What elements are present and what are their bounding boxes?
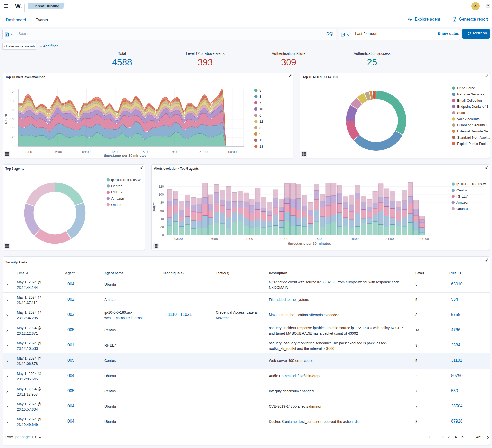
svg-text:21:00: 21:00 [385,237,394,241]
svg-text:03:00: 03:00 [24,150,32,154]
svg-text:Disabling Security T...: Disabling Security T... [457,123,490,127]
svg-text:0: 0 [162,233,164,237]
svg-text:15:00: 15:00 [141,150,150,154]
svg-text:7: 7 [259,101,261,105]
svg-text:60: 60 [160,209,164,213]
svg-text:13: 13 [259,145,263,148]
svg-text:18:00: 18:00 [350,237,359,241]
svg-text:6: 6 [259,113,261,117]
svg-text:12:00: 12:00 [111,150,119,154]
svg-text:100: 100 [10,99,15,103]
svg-text:40: 40 [12,126,15,130]
svg-text:00:00: 00:00 [228,150,237,154]
svg-text:Amazon: Amazon [111,196,124,200]
svg-text:?: ? [487,4,489,7]
svg-text:Centos: Centos [111,184,122,188]
svg-text:timestamp per 30 minutes: timestamp per 30 minutes [104,154,147,157]
svg-text:Amazon: Amazon [456,201,469,204]
svg-text:00:00: 00:00 [421,237,429,241]
svg-text:60: 60 [12,117,15,121]
svg-text:06:00: 06:00 [54,150,62,154]
svg-text:Ubuntu: Ubuntu [111,203,123,207]
svg-text:Sudo: Sudo [457,111,465,115]
svg-text:120: 120 [158,185,164,189]
svg-text:100: 100 [158,193,164,196]
svg-text:12:00: 12:00 [280,237,288,241]
svg-text:Standard Non-Appli...: Standard Non-Appli... [457,136,490,139]
svg-text:Email Collection: Email Collection [457,98,482,102]
svg-text:06:00: 06:00 [210,237,218,241]
svg-text:18:00: 18:00 [170,150,179,154]
svg-text:10: 10 [259,107,263,111]
svg-text:80: 80 [12,108,15,112]
svg-text:80: 80 [160,201,164,204]
svg-text:Centos: Centos [456,188,468,192]
svg-text:Ubuntu: Ubuntu [456,207,468,211]
svg-text:40: 40 [160,217,164,221]
svg-text:Valid Accounts: Valid Accounts [457,117,480,121]
svg-text:Count: Count [4,114,8,124]
svg-text:Count: Count [152,202,156,212]
svg-text:11: 11 [259,138,263,142]
svg-text:timestamp per 30 minutes: timestamp per 30 minutes [288,241,331,245]
svg-text:09:00: 09:00 [245,237,253,241]
svg-text:9: 9 [259,132,261,136]
svg-text:RHEL7: RHEL7 [111,190,123,194]
svg-text:ip-10-0-0-180.us-w...: ip-10-0-0-180.us-w... [111,178,143,182]
svg-text:Exploit Public-Facin...: Exploit Public-Facin... [457,142,490,146]
svg-text:120: 120 [10,90,15,94]
svg-text:Endpoint Denial of S...: Endpoint Denial of S... [457,105,490,109]
svg-text:External Remote Se...: External Remote Se... [457,129,490,133]
svg-text:0: 0 [14,144,15,148]
svg-text:12: 12 [259,120,263,123]
svg-text:20: 20 [12,135,15,139]
svg-text:ip-10-0-0-180.us-w...: ip-10-0-0-180.us-w... [456,182,488,186]
svg-text:5: 5 [259,88,261,92]
svg-text:3: 3 [259,95,261,98]
svg-text:09:00: 09:00 [82,150,91,154]
svg-text:RHEL7: RHEL7 [456,194,468,198]
svg-text:03:00: 03:00 [174,237,183,241]
svg-text:Remove Services: Remove Services [457,92,484,96]
svg-text:Brute Force: Brute Force [457,86,475,90]
svg-text:8: 8 [259,126,261,130]
svg-text:15:00: 15:00 [315,237,324,241]
svg-text:20: 20 [160,225,164,229]
svg-text:21:00: 21:00 [199,150,208,154]
